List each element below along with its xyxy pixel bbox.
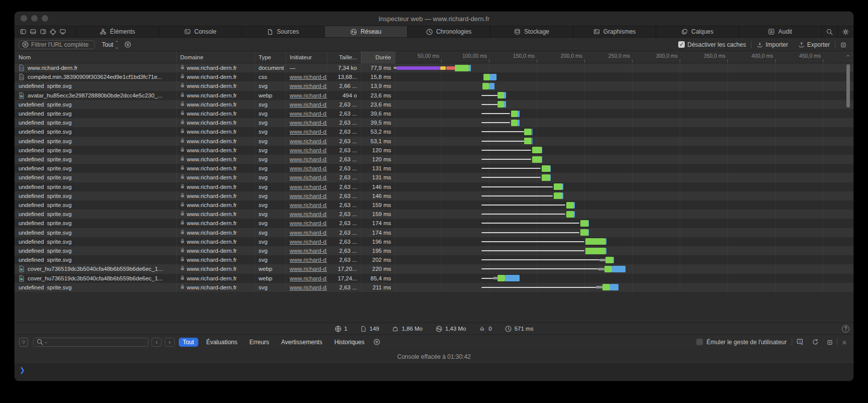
initiator-cell[interactable]: www.richard-d... bbox=[286, 127, 327, 136]
waterfall-bar[interactable] bbox=[395, 191, 853, 200]
waterfall-bar[interactable] bbox=[395, 264, 853, 273]
waterfall-bar[interactable] bbox=[395, 137, 853, 146]
tab-sources[interactable]: Sources bbox=[241, 26, 324, 37]
export-button[interactable]: Exporter bbox=[798, 41, 830, 48]
console-filter-icon[interactable] bbox=[374, 339, 380, 345]
initiator-cell[interactable]: www.richard-d... bbox=[286, 72, 327, 81]
column-header-duration[interactable]: Durée bbox=[361, 51, 395, 63]
initiator-cell[interactable]: www.richard-d... bbox=[286, 274, 327, 283]
initiator-cell[interactable]: www.richard-d... bbox=[286, 100, 327, 109]
waterfall-bar[interactable] bbox=[395, 100, 853, 109]
waterfall-bar[interactable] bbox=[395, 237, 853, 246]
initiator-cell[interactable]: www.richard-d... bbox=[286, 237, 327, 246]
waterfall-bar[interactable] bbox=[395, 228, 853, 237]
find-next-button[interactable]: › bbox=[165, 338, 175, 347]
column-header-domain[interactable]: Domaine bbox=[176, 51, 255, 63]
initiator-cell[interactable]: www.richard-d... bbox=[286, 146, 327, 155]
tab-clock[interactable]: Chronologies bbox=[407, 26, 490, 37]
waterfall-bar[interactable] bbox=[395, 255, 853, 264]
waterfall-bar[interactable] bbox=[395, 81, 853, 90]
column-header-initiator[interactable]: Initiateur bbox=[286, 51, 327, 63]
console-scope-erreurs[interactable]: Erreurs bbox=[245, 338, 273, 347]
initiator-cell[interactable]: www.richard-d... bbox=[286, 173, 327, 182]
tab-network[interactable]: Réseau bbox=[324, 26, 407, 37]
settings-button[interactable] bbox=[837, 26, 853, 37]
dock-left-icon[interactable] bbox=[20, 29, 27, 35]
search-button[interactable] bbox=[821, 26, 837, 37]
duration-cell: 85,4 ms bbox=[361, 274, 395, 283]
column-header-size[interactable]: Taille... bbox=[327, 51, 361, 63]
waterfall-bar[interactable] bbox=[395, 127, 853, 136]
waterfall-bar[interactable] bbox=[395, 283, 853, 292]
initiator-cell[interactable]: www.richard-d... bbox=[286, 191, 327, 200]
waterfall-bar[interactable] bbox=[395, 118, 853, 127]
waterfall-bar[interactable] bbox=[395, 200, 853, 210]
console-sidebar-toggle[interactable]: ▽ bbox=[19, 338, 28, 347]
initiator-cell[interactable]: www.richard-d... bbox=[286, 246, 327, 255]
initiator-cell[interactable]: www.richard-d... bbox=[286, 210, 327, 219]
vertical-scrollbar[interactable] bbox=[846, 64, 850, 108]
initiator-cell[interactable]: www.richard-d... bbox=[286, 200, 327, 210]
waterfall-bar[interactable] bbox=[395, 146, 853, 155]
column-header-type[interactable]: Type bbox=[255, 51, 286, 63]
find-previous-button[interactable]: ‹ bbox=[152, 338, 162, 347]
tab-db[interactable]: Stockage bbox=[490, 26, 573, 37]
initiator-cell[interactable]: www.richard-d... bbox=[286, 228, 327, 237]
timeline-collapse-icon[interactable]: ⌃ bbox=[846, 54, 850, 60]
initiator-cell[interactable]: www.richard-d... bbox=[286, 81, 327, 90]
console-scope-avertissements[interactable]: Avertissements bbox=[277, 338, 326, 347]
tab-image[interactable]: Graphismes bbox=[573, 26, 656, 37]
file-svg-icon: undefined bbox=[19, 100, 44, 109]
url-filter-input[interactable]: Filtrer l'URL complète bbox=[19, 40, 95, 49]
initiator-cell[interactable]: www.richard-d... bbox=[286, 164, 327, 173]
console-search-input[interactable]: ⌄ bbox=[33, 338, 149, 347]
initiator-cell[interactable]: www.richard-d... bbox=[286, 109, 327, 118]
waterfall-bar[interactable] bbox=[395, 72, 853, 81]
waterfall-bar[interactable] bbox=[395, 219, 853, 228]
waterfall-bar[interactable] bbox=[395, 91, 853, 100]
console-prompt[interactable]: ❯ bbox=[15, 364, 853, 381]
initiator-cell[interactable]: www.richard-d... bbox=[286, 182, 327, 191]
initiator-cell[interactable]: www.richard-d... bbox=[286, 118, 327, 127]
resource-type-select[interactable]: Tout ⌃⌃ bbox=[102, 41, 118, 49]
dock-bottom-icon[interactable] bbox=[30, 29, 37, 35]
console-scope-historiques[interactable]: Historiques bbox=[330, 338, 368, 347]
filter-options-icon[interactable] bbox=[125, 41, 131, 48]
initiator-cell[interactable]: www.richard-d... bbox=[286, 219, 327, 228]
initiator-cell[interactable]: www.richard-d... bbox=[286, 264, 327, 273]
tab-audit[interactable]: Audit bbox=[738, 26, 821, 37]
disable-caches-checkbox[interactable]: ✓ Désactiver les caches bbox=[678, 41, 746, 48]
clear-console-button[interactable] bbox=[827, 339, 833, 345]
initiator-cell[interactable]: www.richard-d... bbox=[286, 137, 327, 146]
console-eval-context-button[interactable]: JS bbox=[796, 339, 804, 345]
waterfall-bar[interactable] bbox=[395, 155, 853, 164]
initiator-cell[interactable]: www.richard-d... bbox=[286, 91, 327, 100]
element-picker-icon[interactable] bbox=[50, 29, 56, 35]
tab-elements[interactable]: Éléments bbox=[76, 26, 159, 37]
waterfall-bar[interactable] bbox=[395, 182, 853, 191]
dock-right-icon[interactable] bbox=[40, 29, 47, 35]
initiator-cell[interactable]: www.richard-d... bbox=[286, 155, 327, 164]
reload-page-button[interactable] bbox=[812, 339, 819, 345]
waterfall-bar[interactable] bbox=[395, 246, 853, 255]
column-header-name[interactable]: Nom bbox=[15, 51, 176, 63]
tab-layers[interactable]: Calques bbox=[656, 26, 738, 37]
import-button[interactable]: Importer bbox=[757, 41, 788, 48]
device-icon[interactable] bbox=[59, 29, 66, 35]
clear-network-button[interactable] bbox=[840, 42, 846, 48]
waterfall-bar[interactable] bbox=[395, 164, 853, 173]
initiator-cell[interactable]: www.richard-d... bbox=[286, 255, 327, 264]
waterfall-bar[interactable] bbox=[395, 274, 853, 283]
initiator-cell[interactable]: www.richard-d... bbox=[286, 283, 327, 292]
console-scope-tout[interactable]: Tout bbox=[179, 338, 198, 347]
waterfall-bar[interactable] bbox=[395, 63, 853, 72]
lock-icon bbox=[180, 183, 185, 189]
console-scope-évaluations[interactable]: Évaluations bbox=[202, 338, 241, 347]
tab-console[interactable]: Console bbox=[159, 26, 241, 37]
waterfall-bar[interactable] bbox=[395, 109, 853, 118]
expand-console-icon[interactable] bbox=[841, 339, 847, 345]
emulate-user-gesture-checkbox[interactable]: Émuler le geste de l'utilisateur bbox=[696, 339, 787, 346]
waterfall-bar[interactable] bbox=[395, 210, 853, 219]
waterfall-bar[interactable] bbox=[395, 173, 853, 182]
help-icon[interactable]: ? bbox=[842, 325, 849, 333]
